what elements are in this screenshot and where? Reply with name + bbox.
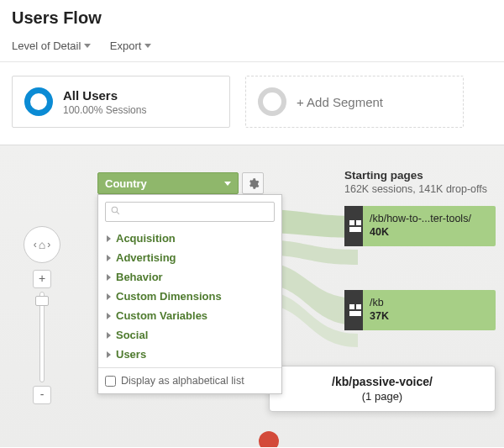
zoom-control: + - bbox=[34, 270, 50, 404]
caret-down-icon bbox=[144, 44, 151, 48]
segment-all-users[interactable]: All Users 100.00% Sessions bbox=[12, 76, 230, 128]
node-detail-tooltip: /kb/passive-voice/ (1 page) bbox=[269, 366, 496, 412]
column-subtitle: 162K sessions, 141K drop-offs bbox=[344, 183, 487, 195]
level-of-detail-label: Level of Detail bbox=[12, 40, 81, 52]
zoom-handle[interactable] bbox=[35, 296, 49, 306]
pan-home-control[interactable]: ‹ ⌂ › bbox=[24, 226, 60, 263]
chevron-left-icon: ‹ bbox=[34, 239, 37, 250]
flow-canvas: ‹ ⌂ › + - Country Acquisition bbox=[0, 145, 504, 447]
toolbar: Level of Detail Export bbox=[0, 33, 504, 62]
segment-bar: All Users 100.00% Sessions + Add Segment bbox=[0, 62, 504, 145]
dimension-category[interactable]: Custom Variables bbox=[105, 306, 275, 325]
node-path: /kb bbox=[370, 297, 389, 310]
dimension-category[interactable]: Social bbox=[105, 325, 275, 345]
settings-button[interactable] bbox=[242, 172, 264, 194]
triangle-right-icon bbox=[107, 255, 111, 261]
caret-down-icon bbox=[224, 182, 231, 186]
zoom-out-button[interactable]: - bbox=[33, 386, 51, 404]
grid-icon bbox=[349, 304, 361, 316]
zoom-slider[interactable] bbox=[39, 292, 45, 382]
dimension-selected-label: Country bbox=[105, 177, 147, 190]
triangle-right-icon bbox=[107, 332, 111, 339]
add-segment-button[interactable]: + Add Segment bbox=[245, 76, 464, 128]
dimension-category[interactable]: Acquisition bbox=[105, 229, 275, 248]
dimension-select[interactable]: Country bbox=[97, 172, 239, 194]
donut-icon bbox=[258, 87, 286, 116]
dimension-category[interactable]: Advertising bbox=[105, 248, 275, 267]
alphabetical-checkbox[interactable] bbox=[105, 376, 116, 387]
detail-subtitle: (1 page) bbox=[280, 390, 485, 403]
chevron-right-icon: › bbox=[47, 239, 50, 250]
export-label: Export bbox=[110, 40, 142, 52]
svg-line-1 bbox=[117, 212, 119, 214]
flow-node[interactable]: /kb 37K bbox=[344, 290, 496, 330]
node-value: 37K bbox=[370, 310, 389, 324]
svg-point-0 bbox=[112, 207, 118, 213]
flow-node[interactable]: /kb/how-to-...ter-tools/ 40K bbox=[344, 206, 496, 246]
node-path: /kb/how-to-...ter-tools/ bbox=[370, 213, 471, 226]
dropoff-indicator-icon bbox=[259, 431, 279, 447]
gear-icon bbox=[247, 177, 260, 190]
alphabetical-label: Display as alphabetical list bbox=[121, 375, 244, 387]
home-icon: ⌂ bbox=[39, 238, 45, 251]
zoom-in-button[interactable]: + bbox=[33, 270, 51, 288]
dimension-category[interactable]: Users bbox=[105, 345, 275, 364]
dimension-dropdown-panel: Acquisition Advertising Behavior Custom … bbox=[97, 194, 282, 394]
caret-down-icon bbox=[84, 44, 91, 48]
triangle-right-icon bbox=[107, 235, 111, 242]
dimension-category[interactable]: Custom Dimensions bbox=[105, 287, 275, 306]
segment-subtitle: 100.00% Sessions bbox=[63, 104, 146, 116]
node-value: 40K bbox=[370, 226, 471, 240]
dimension-search-input[interactable] bbox=[105, 202, 275, 222]
triangle-right-icon bbox=[107, 293, 111, 300]
detail-title: /kb/passive-voice/ bbox=[280, 375, 485, 388]
segment-title: All Users bbox=[63, 88, 146, 103]
add-segment-label: + Add Segment bbox=[297, 95, 383, 109]
triangle-right-icon bbox=[107, 313, 111, 319]
search-icon bbox=[110, 205, 121, 219]
grid-icon bbox=[349, 220, 361, 232]
column-title: Starting pages bbox=[344, 169, 487, 182]
triangle-right-icon bbox=[107, 351, 111, 358]
donut-icon bbox=[24, 87, 53, 116]
level-of-detail-dropdown[interactable]: Level of Detail bbox=[12, 40, 91, 52]
export-dropdown[interactable]: Export bbox=[110, 40, 152, 52]
dimension-category[interactable]: Behavior bbox=[105, 267, 275, 287]
triangle-right-icon bbox=[107, 274, 111, 281]
dimension-category-list: Acquisition Advertising Behavior Custom … bbox=[98, 229, 281, 367]
page-title: Users Flow bbox=[12, 8, 492, 28]
